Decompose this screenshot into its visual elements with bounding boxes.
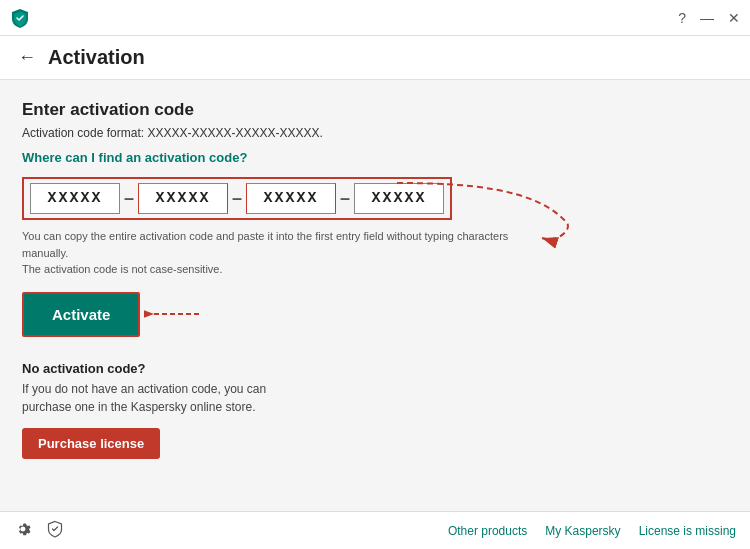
code-segment-1[interactable] <box>30 183 120 214</box>
code-segment-2[interactable] <box>138 183 228 214</box>
protection-icon[interactable] <box>46 520 64 542</box>
separator-2: – <box>232 188 242 209</box>
license-missing-link[interactable]: License is missing <box>639 524 736 538</box>
footer-links: Other products My Kaspersky License is m… <box>448 524 736 538</box>
page-title: Activation <box>48 46 145 69</box>
back-button[interactable]: ← <box>18 47 36 68</box>
minimize-button[interactable]: — <box>700 11 714 25</box>
hint-text: You can copy the entire activation code … <box>22 228 542 278</box>
purchase-license-button[interactable]: Purchase license <box>22 428 160 459</box>
kaspersky-logo <box>10 8 30 28</box>
my-kaspersky-link[interactable]: My Kaspersky <box>545 524 620 538</box>
find-code-link[interactable]: Where can I find an activation code? <box>22 150 247 165</box>
format-description: Activation code format: XXXXX-XXXXX-XXXX… <box>22 126 728 140</box>
code-segment-4[interactable] <box>354 183 444 214</box>
activate-arrow <box>144 299 204 329</box>
other-products-link[interactable]: Other products <box>448 524 527 538</box>
activation-code-block: – – – <box>22 177 452 220</box>
settings-icon[interactable] <box>14 520 32 542</box>
window-controls: ? — ✕ <box>678 11 740 25</box>
code-segment-3[interactable] <box>246 183 336 214</box>
header: ← Activation <box>0 36 750 80</box>
main-content: Enter activation code Activation code fo… <box>0 80 750 511</box>
section-heading: Enter activation code <box>22 100 728 120</box>
titlebar: ? — ✕ <box>0 0 750 36</box>
footer: Other products My Kaspersky License is m… <box>0 511 750 549</box>
separator-3: – <box>340 188 350 209</box>
activate-wrapper: Activate <box>22 292 204 337</box>
no-code-section: No activation code? If you do not have a… <box>22 361 728 459</box>
no-code-description: If you do not have an activation code, y… <box>22 380 728 416</box>
help-button[interactable]: ? <box>678 11 686 25</box>
no-code-title: No activation code? <box>22 361 728 376</box>
footer-icon-group <box>14 520 64 542</box>
activate-button[interactable]: Activate <box>22 292 140 337</box>
close-button[interactable]: ✕ <box>728 11 740 25</box>
separator-1: – <box>124 188 134 209</box>
